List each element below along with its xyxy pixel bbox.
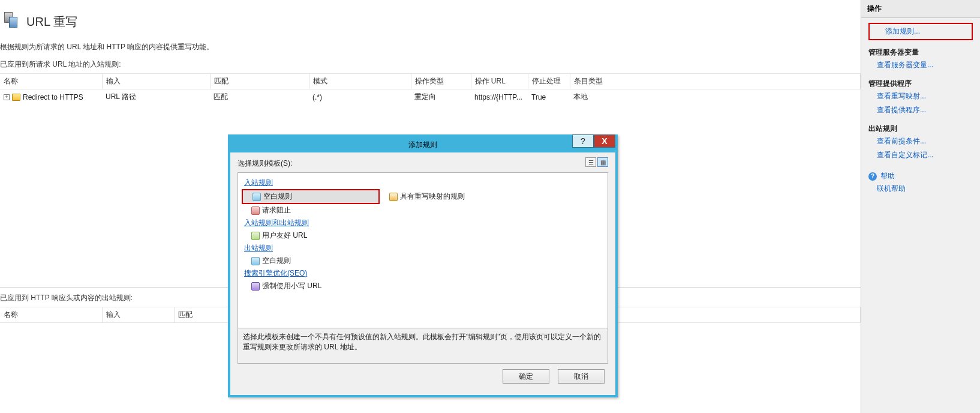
actions-pane: 操作 添加规则... 管理服务器变量 查看服务器变量... 管理提供程序 查看重… [861, 0, 980, 413]
template-description: 选择此模板来创建一个不具有任何预设值的新入站规则。此模板会打开"编辑规则"页，使… [238, 328, 608, 364]
cell-action-type: 重定向 [411, 89, 471, 105]
col-match[interactable]: 匹配 [210, 74, 309, 89]
request-block-icon [251, 206, 260, 215]
inbound-rules-table: 名称 输入 匹配 模式 操作类型 操作 URL 停止处理 条目类型 + [0, 73, 861, 104]
col-pattern[interactable]: 模式 [309, 74, 411, 89]
lowercase-url-icon [251, 282, 260, 291]
action-online-help[interactable]: 联机帮助 [868, 182, 973, 195]
table-row[interactable]: + Redirect to HTTPS URL 路径 匹配 (.*) 重定向 h… [0, 89, 861, 105]
group-inbound-outbound: 入站规则和出站规则 [242, 217, 604, 229]
group-providers: 管理提供程序 [868, 79, 973, 89]
dialog-close-button[interactable]: X [594, 134, 615, 148]
template-with-rewrite-map[interactable]: 具有重写映射的规则 [380, 189, 536, 204]
col-input[interactable]: 输入 [102, 74, 210, 89]
rewrite-map-icon [389, 193, 398, 201]
action-view-server-vars[interactable]: 查看服务器变量... [868, 59, 973, 71]
ok-button[interactable]: 确定 [503, 369, 549, 384]
col-match[interactable]: 匹配 [174, 307, 234, 323]
template-user-friendly-url[interactable]: 用户友好 URL [242, 229, 380, 242]
col-action-type[interactable]: 操作类型 [411, 74, 471, 89]
view-details-icon[interactable]: ▦ [597, 157, 608, 167]
dialog-help-button[interactable]: ? [572, 134, 594, 148]
url-rewrite-icon [2, 10, 20, 34]
col-name[interactable]: 名称 [0, 307, 102, 323]
action-view-custom-tags[interactable]: 查看自定义标记... [868, 149, 973, 161]
inbound-section-label: 已应用到所请求 URL 地址的入站规则: [0, 56, 861, 73]
cell-stop: True [528, 89, 570, 105]
user-friendly-icon [251, 232, 260, 240]
group-inbound: 入站规则 [242, 176, 604, 189]
action-view-rewrite-maps[interactable]: 查看重写映射... [868, 90, 973, 103]
col-entry-type[interactable]: 条目类型 [570, 74, 861, 89]
group-outbound: 出站规则 [868, 124, 973, 134]
cell-match: 匹配 [210, 89, 309, 105]
help-icon: ? [868, 172, 877, 181]
template-blank-inbound[interactable]: 空白规则 [242, 189, 380, 204]
cell-pattern: (.*) [309, 89, 411, 105]
action-add-rule[interactable]: 添加规则... [868, 23, 973, 40]
template-blank-outbound[interactable]: 空白规则 [242, 255, 380, 267]
page-title: URL 重写 [26, 14, 77, 30]
template-force-lowercase[interactable]: 强制使用小写 URL [242, 280, 380, 292]
cancel-button[interactable]: 取消 [558, 369, 605, 384]
cell-input: URL 路径 [102, 89, 210, 105]
actions-pane-title: 操作 [861, 0, 980, 18]
cell-entry-type: 本地 [570, 89, 861, 105]
col-action-url[interactable]: 操作 URL [471, 74, 528, 89]
group-seo: 搜索引擎优化(SEO) [242, 267, 604, 280]
col-input[interactable]: 输入 [102, 307, 174, 323]
view-list-icon[interactable]: ☰ [585, 157, 596, 167]
template-request-block[interactable]: 请求阻止 [242, 204, 380, 217]
cell-action-url: https://{HTTP... [471, 89, 528, 105]
add-rule-dialog: 添加规则 ? X 选择规则模板(S): ☰ ▦ 入站规则 空白规则 具有重写映射… [228, 134, 618, 397]
blank-rule-icon [251, 257, 260, 265]
group-server-vars: 管理服务器变量 [868, 47, 973, 58]
view-toggle: ☰ ▦ [585, 157, 608, 167]
folder-icon [12, 94, 20, 101]
cell-name: Redirect to HTTPS [23, 93, 83, 101]
action-view-preconditions[interactable]: 查看前提条件... [868, 135, 973, 148]
col-name[interactable]: 名称 [0, 74, 102, 89]
action-help[interactable]: 帮助 [880, 171, 895, 181]
blank-rule-icon [252, 193, 261, 201]
group-outbound: 出站规则 [242, 242, 604, 255]
dialog-titlebar[interactable]: 添加规则 ? X [230, 137, 615, 152]
select-template-label: 选择规则模板(S): [238, 158, 608, 169]
page-description: 根据规则为所请求的 URL 地址和 HTTP 响应的内容提供重写功能。 [0, 42, 861, 56]
template-list[interactable]: 入站规则 空白规则 具有重写映射的规则 请求阻止 入站规则和出站规则 [238, 172, 608, 328]
action-view-providers[interactable]: 查看提供程序... [868, 104, 973, 116]
dialog-title: 添加规则 [408, 140, 437, 150]
expand-icon[interactable]: + [4, 94, 10, 100]
col-stop[interactable]: 停止处理 [528, 74, 570, 89]
page-header: URL 重写 [0, 0, 861, 42]
